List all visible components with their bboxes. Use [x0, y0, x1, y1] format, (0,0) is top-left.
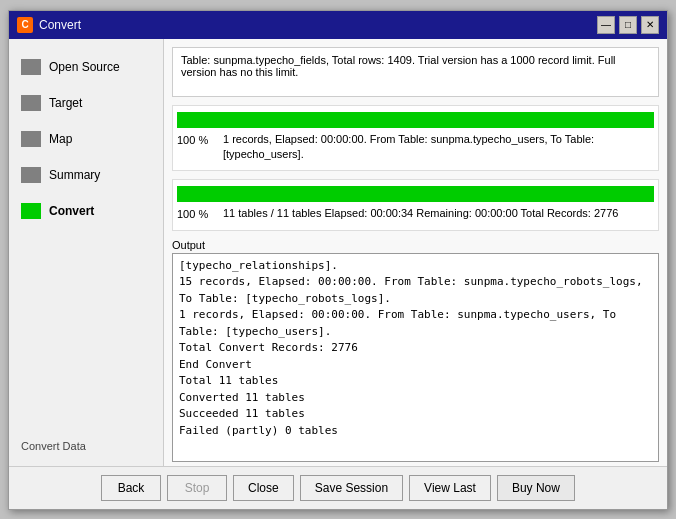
- progress-1-percent: 100 %: [177, 132, 217, 146]
- convert-icon: [21, 203, 41, 219]
- button-bar: Back Stop Close Save Session View Last B…: [9, 466, 667, 509]
- output-line: End Convert: [179, 357, 652, 374]
- progress-bar-2-fill: [177, 186, 654, 202]
- progress-row-2: 100 % 11 tables / 11 tables Elapsed: 00:…: [177, 206, 654, 221]
- summary-icon: [21, 167, 41, 183]
- content-area: Open Source Target Map Summary Convert C…: [9, 39, 667, 466]
- output-line: Failed (partly) 0 tables: [179, 423, 652, 440]
- title-bar: C Convert — □ ✕: [9, 11, 667, 39]
- app-icon: C: [17, 17, 33, 33]
- main-window: C Convert — □ ✕ Open Source Target Map: [8, 10, 668, 510]
- maximize-button[interactable]: □: [619, 16, 637, 34]
- info-text: Table: sunpma.typecho_fields, Total rows…: [181, 54, 616, 78]
- open-source-icon: [21, 59, 41, 75]
- sidebar-item-open-source[interactable]: Open Source: [9, 49, 163, 85]
- output-line: Converted 11 tables: [179, 390, 652, 407]
- progress-2-percent: 100 %: [177, 206, 217, 220]
- progress-row-1: 100 % 1 records, Elapsed: 00:00:00. From…: [177, 132, 654, 163]
- progress-bar-2-container: [177, 186, 654, 202]
- progress-1-detail: 1 records, Elapsed: 00:00:00. From Table…: [223, 132, 654, 163]
- title-bar-left: C Convert: [17, 17, 81, 33]
- buy-now-button[interactable]: Buy Now: [497, 475, 575, 501]
- main-area: Table: sunpma.typecho_fields, Total rows…: [164, 39, 667, 466]
- target-icon: [21, 95, 41, 111]
- sidebar-bottom-label: Convert Data: [9, 436, 163, 456]
- output-line: [typecho_relationships].: [179, 258, 652, 275]
- progress-bar-1-fill: [177, 112, 654, 128]
- title-controls: — □ ✕: [597, 16, 659, 34]
- progress-2-detail: 11 tables / 11 tables Elapsed: 00:00:34 …: [223, 206, 654, 221]
- sidebar-item-target[interactable]: Target: [9, 85, 163, 121]
- progress-section-2: 100 % 11 tables / 11 tables Elapsed: 00:…: [172, 179, 659, 230]
- back-button[interactable]: Back: [101, 475, 161, 501]
- sidebar-label-summary: Summary: [49, 168, 100, 182]
- close-button-main[interactable]: Close: [233, 475, 294, 501]
- sidebar-label-open-source: Open Source: [49, 60, 120, 74]
- map-icon: [21, 131, 41, 147]
- sidebar-item-convert[interactable]: Convert: [9, 193, 163, 229]
- close-button[interactable]: ✕: [641, 16, 659, 34]
- stop-button[interactable]: Stop: [167, 475, 227, 501]
- output-section: Output [typecho_relationships].15 record…: [172, 239, 659, 462]
- sidebar-label-target: Target: [49, 96, 82, 110]
- sidebar-label-map: Map: [49, 132, 72, 146]
- sidebar-label-convert: Convert: [49, 204, 94, 218]
- window-title: Convert: [39, 18, 81, 32]
- sidebar-item-summary[interactable]: Summary: [9, 157, 163, 193]
- minimize-button[interactable]: —: [597, 16, 615, 34]
- output-line: 15 records, Elapsed: 00:00:00. From Tabl…: [179, 274, 652, 307]
- save-session-button[interactable]: Save Session: [300, 475, 403, 501]
- info-panel: Table: sunpma.typecho_fields, Total rows…: [172, 47, 659, 97]
- output-line: 1 records, Elapsed: 00:00:00. From Table…: [179, 307, 652, 340]
- output-line: Total 11 tables: [179, 373, 652, 390]
- output-box[interactable]: [typecho_relationships].15 records, Elap…: [172, 253, 659, 462]
- output-label: Output: [172, 239, 659, 251]
- sidebar-item-map[interactable]: Map: [9, 121, 163, 157]
- sidebar: Open Source Target Map Summary Convert C…: [9, 39, 164, 466]
- output-line: Succeeded 11 tables: [179, 406, 652, 423]
- progress-section-1: 100 % 1 records, Elapsed: 00:00:00. From…: [172, 105, 659, 172]
- view-last-button[interactable]: View Last: [409, 475, 491, 501]
- output-line: Total Convert Records: 2776: [179, 340, 652, 357]
- progress-bar-1-container: [177, 112, 654, 128]
